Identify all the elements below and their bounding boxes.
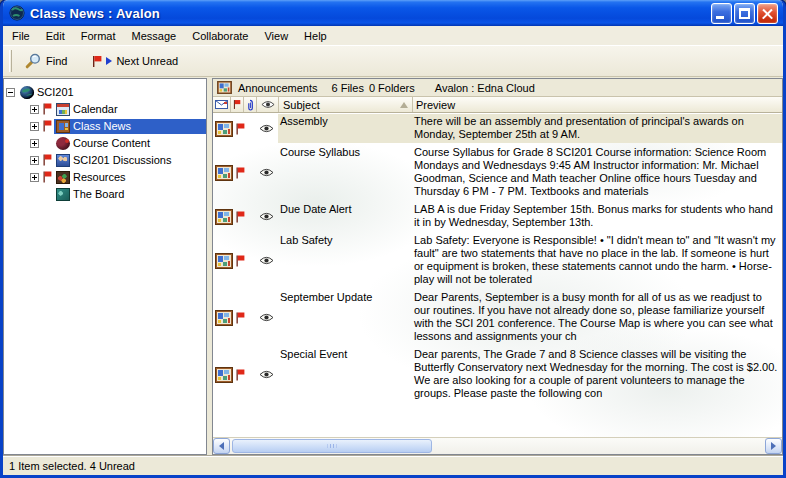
unread-flag-icon	[235, 290, 254, 345]
sidebar-item-sci201-discussions[interactable]: SCI201 Discussions	[30, 152, 206, 168]
find-button[interactable]: Find	[18, 50, 74, 72]
maximize-icon	[739, 8, 750, 19]
message-row[interactable]: September Update Dear Parents, September…	[213, 289, 782, 346]
conference-header-bar: Announcements 6 Files 0 Folders Avalon :…	[213, 79, 782, 97]
bulletin-icon	[213, 114, 235, 143]
message-row[interactable]: Assembly There will be an assembly and p…	[213, 113, 782, 144]
sidebar-item-label: Calendar	[70, 103, 118, 115]
unread-flag-icon	[42, 188, 54, 200]
sidebar-item-class-news[interactable]: Class News	[30, 118, 206, 134]
expand-toggle[interactable]	[30, 156, 39, 165]
message-preview: Course Syllabus for Grade 8 SCI201 Cours…	[411, 145, 782, 200]
title-bar[interactable]: Class News : Avalon	[3, 0, 783, 26]
next-unread-button[interactable]: Next Unread	[84, 52, 185, 71]
expand-toggle[interactable]	[30, 139, 39, 148]
message-preview: Dear Parents, September is a busy month …	[411, 290, 782, 345]
expand-toggle[interactable]	[30, 122, 39, 131]
resources-icon	[56, 171, 70, 184]
sort-ascending-icon	[400, 102, 408, 108]
bulletin-icon	[213, 290, 235, 345]
expand-toggle[interactable]	[30, 173, 39, 182]
sidebar-item-label: Course Content	[70, 137, 150, 149]
menu-item-help[interactable]: Help	[296, 27, 335, 45]
envelope-icon	[215, 100, 228, 109]
message-subject: September Update	[278, 290, 411, 345]
column-flag[interactable]	[231, 97, 244, 112]
read-eye-icon	[254, 233, 278, 288]
paperclip-icon	[246, 99, 254, 111]
message-subject: Assembly	[278, 114, 411, 143]
unread-flag-icon	[235, 202, 254, 231]
discussions-icon	[56, 154, 70, 167]
next-arrow-icon	[106, 57, 112, 65]
message-preview: Dear parents, The Grade 7 and 8 Science …	[411, 347, 782, 402]
scroll-left-button[interactable]	[213, 438, 230, 454]
message-preview: Lab Safety: Everyone is Responsible! • "…	[411, 233, 782, 288]
unread-flag-icon	[42, 154, 54, 166]
board-icon	[56, 188, 70, 201]
message-list: Assembly There will be an assembly and p…	[213, 113, 782, 437]
scroll-right-icon	[771, 442, 776, 450]
message-row[interactable]: Course Syllabus Course Syllabus for Grad…	[213, 144, 782, 201]
search-icon	[25, 53, 42, 69]
flag-icon	[233, 99, 241, 110]
menu-item-collaborate[interactable]: Collaborate	[184, 27, 256, 45]
menu-bar: FileEditFormatMessageCollaborateViewHelp	[3, 26, 783, 46]
menu-item-format[interactable]: Format	[73, 27, 124, 45]
read-eye-icon	[254, 145, 278, 200]
bulletin-icon	[213, 145, 235, 200]
sidebar-item-sci201[interactable]: SCI201	[6, 84, 206, 100]
message-row[interactable]: Due Date Alert LAB A is due Friday Septe…	[213, 201, 782, 232]
menu-item-file[interactable]: File	[4, 27, 38, 45]
server-location: Avalon : Edna Cloud	[435, 82, 535, 94]
sidebar-item-label: The Board	[70, 188, 124, 200]
expand-toggle[interactable]	[30, 105, 39, 114]
minimize-button[interactable]	[711, 3, 732, 24]
toolbar-grip[interactable]	[9, 50, 12, 72]
globe-icon	[20, 86, 34, 99]
unread-flag-icon	[235, 145, 254, 200]
window-title: Class News : Avalon	[30, 6, 709, 21]
sidebar-item-label: Resources	[70, 171, 126, 183]
sidebar-item-course-content[interactable]: Course Content	[30, 135, 206, 151]
message-row[interactable]: Lab Safety Lab Safety: Everyone is Respo…	[213, 232, 782, 289]
message-row[interactable]: Special Event Dear parents, The Grade 7 …	[213, 346, 782, 403]
column-header-row: Subject Preview	[213, 97, 782, 113]
message-subject: Course Syllabus	[278, 145, 411, 200]
message-pane: Announcements 6 Files 0 Folders Avalon :…	[212, 78, 783, 455]
column-preview[interactable]: Preview	[413, 97, 782, 112]
toolbar: Find Next Unread	[3, 46, 783, 77]
column-read-status[interactable]	[257, 97, 279, 112]
menu-item-message[interactable]: Message	[124, 27, 185, 45]
maximize-button[interactable]	[734, 3, 755, 24]
menu-item-view[interactable]: View	[256, 27, 296, 45]
column-subject[interactable]: Subject	[279, 97, 413, 112]
announcements-icon	[217, 81, 232, 94]
bulletin-icon	[213, 233, 235, 288]
message-subject: Due Date Alert	[278, 202, 411, 231]
unread-flag-icon	[42, 171, 54, 183]
column-unread-status[interactable]	[213, 97, 231, 112]
sidebar-item-calendar[interactable]: Calendar	[30, 101, 206, 117]
scrollbar-track[interactable]	[230, 438, 765, 454]
unread-flag-icon	[235, 233, 254, 288]
calendar-icon	[56, 103, 70, 116]
menu-item-edit[interactable]: Edit	[38, 27, 73, 45]
scroll-right-button[interactable]	[765, 438, 782, 454]
flag-icon	[91, 55, 102, 68]
close-button[interactable]	[757, 3, 778, 24]
scrollbar-thumb[interactable]	[232, 439, 432, 453]
sidebar-item-the-board[interactable]: The Board	[30, 186, 206, 202]
conference-tree: SCI201 Calendar	[3, 78, 207, 455]
folders-count: 0 Folders	[369, 82, 415, 94]
column-attachment[interactable]	[244, 97, 257, 112]
app-globe-icon	[9, 5, 25, 21]
collapse-toggle[interactable]	[6, 88, 15, 97]
message-subject: Lab Safety	[278, 233, 411, 288]
unread-flag-icon	[42, 137, 54, 149]
read-eye-icon	[254, 202, 278, 231]
eye-icon	[261, 100, 275, 109]
main-content: SCI201 Calendar	[3, 77, 783, 455]
next-unread-label: Next Unread	[116, 55, 178, 67]
sidebar-item-resources[interactable]: Resources	[30, 169, 206, 185]
